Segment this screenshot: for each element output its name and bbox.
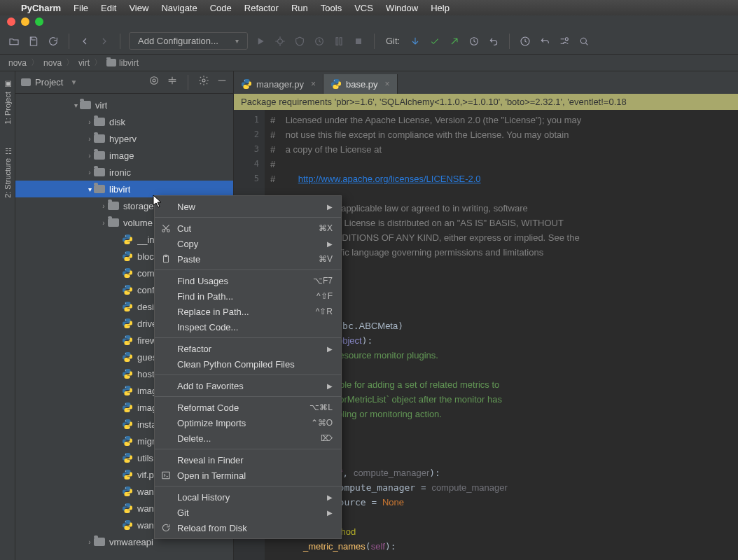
hide-icon[interactable] [216, 75, 228, 86]
context-menu-item[interactable]: Replace in Path...^⇧R [155, 304, 341, 319]
package-requirements-banner[interactable]: Package requirements 'pbr>=1.6', 'SQLAlc… [234, 94, 738, 110]
tool-tab-structure[interactable]: 2: Structure ☷ [1, 142, 13, 202]
vcs-history-icon[interactable] [467, 34, 481, 48]
context-menu-item[interactable]: Reload from Disk [155, 520, 341, 536]
tree-folder[interactable]: ›ironic [15, 164, 233, 181]
context-menu-item[interactable]: Local History▶ [155, 489, 341, 505]
context-menu-item[interactable]: Reveal in Finder [155, 452, 341, 468]
stop-icon[interactable] [351, 34, 365, 48]
context-menu[interactable]: New▶Cut⌘XCopy▶Paste⌘VFind Usages⌥F7Find … [154, 195, 342, 539]
context-menu-item[interactable]: Delete...⌦ [155, 430, 341, 446]
open-icon[interactable] [7, 34, 21, 48]
chevron-icon[interactable]: › [85, 135, 94, 143]
svg-point-23 [125, 353, 126, 354]
chevron-icon[interactable]: › [85, 538, 94, 546]
undo-icon[interactable] [538, 34, 552, 48]
context-menu-item[interactable]: Inspect Code... [155, 319, 341, 335]
vcs-commit-icon[interactable] [428, 34, 442, 48]
folder-icon [21, 78, 31, 86]
settings-icon[interactable] [557, 34, 571, 48]
crumb[interactable]: nova [43, 58, 62, 68]
chevron-icon[interactable]: ▾ [85, 186, 94, 193]
crumb[interactable]: nova [8, 58, 27, 68]
locate-icon[interactable] [148, 75, 160, 86]
context-menu-item[interactable]: Find in Path...^⇧F [155, 288, 341, 304]
tree-label: vmwareapi [109, 537, 153, 547]
python-file-icon [122, 234, 133, 245]
editor-tab[interactable]: base.py× [323, 74, 398, 94]
coverage-icon[interactable] [293, 34, 307, 48]
concurrency-icon[interactable] [332, 34, 346, 48]
profile-icon[interactable] [312, 34, 326, 48]
menu-vcs[interactable]: VCS [354, 3, 373, 13]
menu-code[interactable]: Code [210, 3, 232, 13]
context-menu-item[interactable]: Add to Favorites▶ [155, 378, 341, 393]
context-menu-item[interactable]: Optimize Imports⌃⌘O [155, 415, 341, 430]
tree-folder[interactable]: ›disk [15, 113, 233, 130]
run-configuration-select[interactable]: Add Configuration... [129, 32, 248, 50]
blank-icon [160, 507, 172, 518]
blank-icon [160, 433, 172, 444]
tree-folder[interactable]: ›image [15, 147, 233, 164]
vcs-push-icon[interactable] [447, 34, 461, 48]
save-icon[interactable] [27, 34, 41, 48]
chevron-icon[interactable]: › [99, 202, 108, 210]
context-menu-item[interactable]: Reformat Code⌥⌘L [155, 400, 341, 415]
zoom-window-button[interactable] [35, 18, 43, 26]
close-icon[interactable]: × [311, 79, 316, 89]
folder-icon [106, 59, 116, 66]
context-menu-item[interactable]: Paste⌘V [155, 251, 341, 267]
context-menu-item[interactable]: Refactor▶ [155, 341, 341, 356]
svg-point-44 [129, 528, 130, 528]
menu-edit[interactable]: Edit [101, 3, 116, 13]
chevron-icon[interactable]: › [99, 219, 108, 227]
menu-view[interactable]: View [129, 3, 148, 13]
context-menu-item[interactable]: Clean Python Compiled Files [155, 356, 341, 372]
chevron-icon[interactable]: › [85, 169, 94, 176]
refresh-icon[interactable] [46, 34, 60, 48]
editor-tab[interactable]: manager.py× [234, 74, 323, 94]
context-menu-item[interactable]: Cut⌘X [155, 220, 341, 236]
vcs-rollback-icon[interactable] [487, 34, 501, 48]
python-file-icon [330, 78, 342, 90]
search-icon[interactable] [577, 34, 591, 48]
gear-icon[interactable] [198, 75, 209, 86]
minimize-window-button[interactable] [21, 18, 29, 26]
run-icon[interactable] [253, 34, 267, 48]
menu-tools[interactable]: Tools [321, 3, 342, 13]
crumb[interactable]: virt [78, 58, 90, 68]
context-menu-label: Inspect Code... [177, 322, 333, 332]
menu-run[interactable]: Run [291, 3, 308, 13]
mac-menubar[interactable]: PyCharm File Edit View Navigate Code Ref… [0, 0, 738, 15]
blank-icon [160, 290, 172, 302]
chevron-icon[interactable]: › [85, 118, 94, 126]
chevron-icon[interactable]: › [85, 152, 94, 160]
menu-window[interactable]: Window [386, 3, 418, 13]
vcs-update-icon[interactable] [408, 34, 422, 48]
menu-file[interactable]: File [74, 3, 88, 13]
close-window-button[interactable] [7, 18, 15, 26]
recent-icon[interactable] [518, 34, 532, 48]
forward-icon[interactable] [97, 34, 111, 48]
tree-folder[interactable]: ▾virt [15, 97, 233, 113]
context-menu-item[interactable]: New▶ [155, 199, 341, 214]
menu-help[interactable]: Help [431, 3, 450, 13]
context-menu-item[interactable]: Copy▶ [155, 236, 341, 251]
menu-refactor[interactable]: Refactor [244, 3, 279, 13]
crumb[interactable]: libvirt [106, 58, 139, 68]
context-menu-item[interactable]: Open in Terminal [155, 468, 341, 483]
svg-point-11 [125, 252, 126, 253]
folder-icon [94, 151, 105, 160]
back-icon[interactable] [78, 34, 92, 48]
app-name[interactable]: PyCharm [21, 3, 61, 13]
chevron-icon[interactable]: ▾ [71, 102, 80, 109]
panel-title[interactable]: Project ▼ [21, 77, 143, 88]
menu-navigate[interactable]: Navigate [161, 3, 197, 13]
close-icon[interactable]: × [385, 79, 390, 89]
tool-tab-project[interactable]: 1: Project ▣ [1, 76, 13, 128]
debug-icon[interactable] [273, 34, 287, 48]
context-menu-item[interactable]: Git▶ [155, 505, 341, 520]
context-menu-item[interactable]: Find Usages⌥F7 [155, 273, 341, 288]
tree-folder[interactable]: ›hyperv [15, 130, 233, 147]
collapse-icon[interactable] [167, 75, 178, 86]
